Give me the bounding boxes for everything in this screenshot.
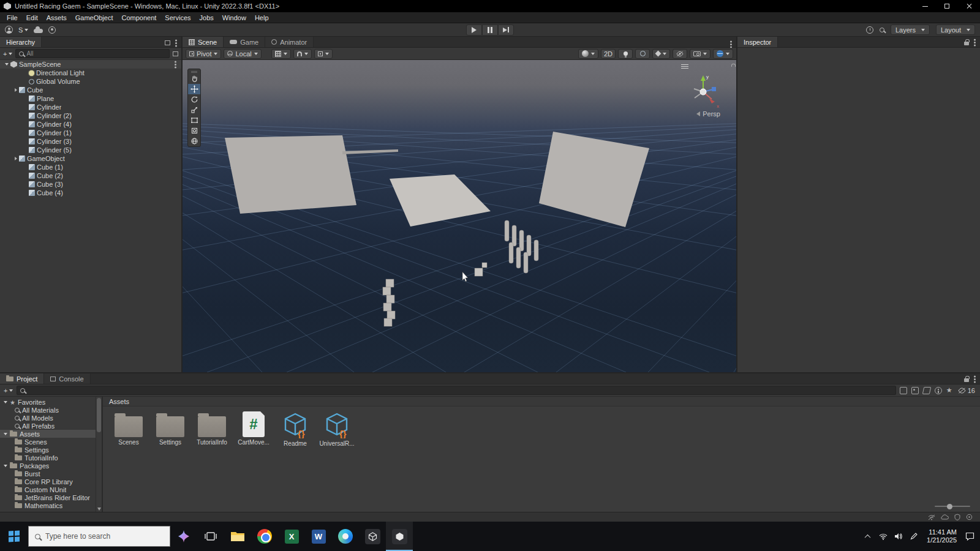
hierarchy-item[interactable]: Cube (3)	[0, 180, 181, 189]
scene-object-stairs[interactable]	[383, 279, 395, 326]
chevron-down-icon[interactable]	[4, 433, 7, 435]
tree-item[interactable]: Scenes	[0, 438, 102, 446]
tree-item-favorites[interactable]: Favorites	[0, 398, 102, 406]
tab-game[interactable]: Game	[224, 37, 265, 47]
icon-size-slider[interactable]	[935, 506, 970, 507]
asset-tile-asset[interactable]: {} UniversalR...	[318, 411, 355, 447]
browser-button[interactable]	[332, 522, 359, 551]
maximize-button[interactable]	[936, 0, 958, 12]
scene-object-ground-plane[interactable]	[390, 174, 491, 227]
play-button[interactable]	[466, 24, 482, 36]
minimize-button[interactable]	[914, 0, 936, 12]
hierarchy-item[interactable]: Cube (1)	[0, 163, 181, 171]
hierarchy-item[interactable]: Cube (4)	[0, 189, 181, 197]
handle-rotation-dropdown[interactable]: Local	[224, 49, 261, 59]
custom-tool-button[interactable]	[188, 136, 200, 146]
kebab-menu-icon[interactable]	[974, 378, 976, 380]
undo-history-icon[interactable]	[866, 26, 873, 34]
scene-object-wall-left[interactable]	[225, 135, 356, 214]
taskbar-clock[interactable]: 11:41 AM 1/21/2025	[921, 528, 962, 544]
palette-grip[interactable]	[188, 69, 200, 73]
tab-console[interactable]: Console	[44, 373, 90, 384]
audio-toggle[interactable]	[635, 49, 650, 59]
lighting-toggle[interactable]	[618, 49, 633, 59]
cloud-sync-icon[interactable]	[941, 514, 949, 520]
dock-icon[interactable]	[165, 40, 170, 45]
gizmo-center[interactable]	[700, 89, 706, 95]
tree-item[interactable]: JetBrains Rider Editor	[0, 493, 102, 501]
tab-scene[interactable]: Scene	[183, 37, 224, 47]
unity-editor-button[interactable]	[386, 522, 413, 551]
project-search-input[interactable]	[28, 387, 892, 394]
unity-hub-button[interactable]	[359, 522, 386, 551]
scroll-down-icon[interactable]	[97, 508, 101, 511]
axis-y-cone[interactable]	[701, 75, 706, 81]
preview-icon[interactable]	[900, 387, 907, 394]
scale-tool-button[interactable]	[188, 105, 200, 115]
lock-icon[interactable]	[964, 42, 969, 45]
create-asset-button[interactable]: +	[4, 387, 13, 394]
overlay-menu-icon[interactable]	[681, 63, 688, 70]
start-button[interactable]	[0, 522, 28, 551]
close-button[interactable]	[958, 0, 980, 12]
hierarchy-item[interactable]: Cube	[0, 86, 181, 94]
tab-inspector[interactable]: Inspector	[737, 37, 778, 47]
asset-tile-asset[interactable]: {} Readme	[277, 411, 314, 447]
taskbar-search[interactable]	[28, 526, 170, 547]
menu-services[interactable]: Services	[160, 14, 195, 21]
axis-x-cone[interactable]	[709, 99, 715, 103]
project-search[interactable]	[17, 386, 895, 395]
tab-project[interactable]: Project	[0, 373, 44, 384]
tree-item[interactable]: Core RP Library	[0, 478, 102, 485]
account-icon[interactable]	[5, 26, 13, 34]
chevron-right-icon[interactable]	[15, 88, 17, 92]
menu-file[interactable]: File	[2, 14, 22, 21]
pen-button[interactable]	[906, 522, 921, 551]
action-center-button[interactable]	[962, 522, 978, 551]
rect-tool-button[interactable]	[188, 115, 200, 126]
scene-visibility-toggle[interactable]	[673, 49, 687, 59]
services-icon[interactable]	[48, 26, 56, 34]
gizmos-dropdown[interactable]	[713, 49, 733, 59]
step-button[interactable]	[498, 24, 514, 36]
info-icon[interactable]	[935, 387, 942, 394]
scene-object-cylinders[interactable]	[505, 220, 538, 273]
task-view-button[interactable]	[197, 522, 224, 551]
scene-orientation-gizmo[interactable]: y x	[673, 71, 731, 110]
column-toggle-icon[interactable]	[173, 51, 178, 56]
scene-object-wall-right[interactable]	[539, 132, 649, 227]
tree-item[interactable]: All Materials	[0, 406, 102, 414]
hierarchy-item[interactable]: Cylinder	[0, 103, 181, 111]
transform-tool-button[interactable]	[188, 126, 200, 136]
hierarchy-search[interactable]	[15, 49, 170, 58]
hidden-icons-button[interactable]	[860, 522, 875, 551]
menu-help[interactable]: Help	[251, 14, 273, 21]
tree-item[interactable]: Mathematics	[0, 501, 102, 509]
scrollbar-thumb[interactable]	[97, 398, 101, 432]
chevron-down-icon[interactable]	[4, 465, 7, 467]
hierarchy-item[interactable]: Cylinder (5)	[0, 146, 181, 154]
axis-z-cube[interactable]	[712, 87, 716, 91]
hierarchy-item-scene[interactable]: SampleScene	[0, 60, 181, 69]
taskbar-search-input[interactable]	[45, 532, 164, 541]
hierarchy-search-input[interactable]	[26, 50, 166, 57]
tree-item[interactable]: All Models	[0, 414, 102, 422]
tab-hierarchy[interactable]: Hierarchy	[0, 37, 42, 47]
hierarchy-item[interactable]: Global Volume	[0, 77, 181, 86]
scene-viewport[interactable]: y x Persp	[183, 60, 736, 372]
menu-gameobject[interactable]: GameObject	[71, 14, 118, 21]
hierarchy-item[interactable]: Plane	[0, 94, 181, 103]
shield-icon[interactable]	[954, 514, 960, 520]
favorite-star-icon[interactable]	[946, 387, 954, 394]
chevron-right-icon[interactable]	[15, 157, 17, 160]
kebab-menu-icon[interactable]	[974, 42, 976, 43]
hierarchy-item[interactable]: Cylinder (3)	[0, 137, 181, 146]
hierarchy-item[interactable]: Directional Light	[0, 69, 181, 77]
image-icon[interactable]	[911, 387, 919, 394]
tree-scrollbar[interactable]	[96, 397, 102, 512]
2d-toggle[interactable]: 2D	[601, 49, 616, 59]
tree-item[interactable]: Settings	[0, 446, 102, 454]
view-tool-button[interactable]	[188, 73, 200, 84]
copilot-button[interactable]	[170, 522, 197, 551]
layers-dropdown[interactable]: Layers	[891, 24, 930, 35]
